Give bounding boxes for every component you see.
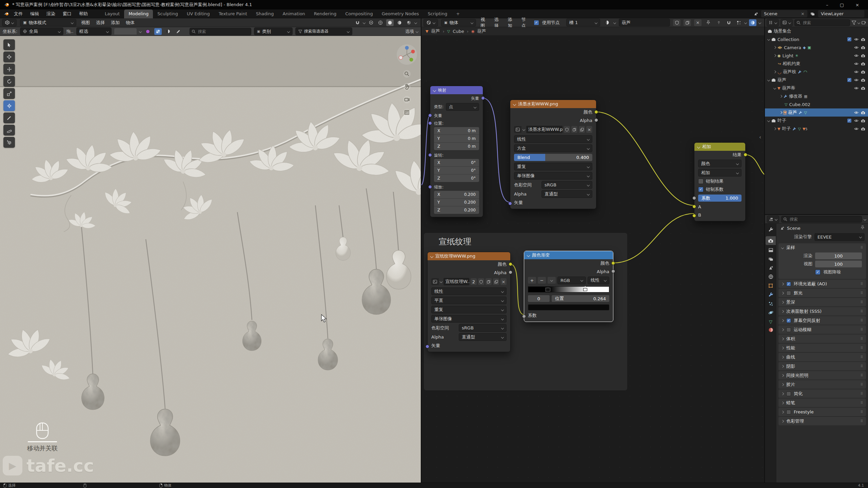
socket-factor-in[interactable] (692, 196, 696, 200)
socket-alpha-out[interactable] (611, 269, 615, 273)
proportional-edit-icon[interactable] (367, 19, 375, 26)
tab-geometry-nodes[interactable]: Geometry Nodes (377, 9, 423, 18)
scene-selector[interactable]: Scene × (761, 10, 808, 18)
funnel-icon[interactable] (852, 21, 856, 25)
ramp-gradient-bar[interactable] (528, 286, 609, 292)
panel-sss[interactable]: 次表面散射 (SSS)⠿ (778, 307, 866, 316)
panel-performance[interactable]: 性能⠿ (778, 344, 866, 352)
minimize-icon[interactable]: – (826, 2, 828, 7)
image-copy-icon[interactable] (571, 126, 577, 133)
tool-cursor[interactable] (3, 52, 15, 62)
new-collection-icon[interactable] (862, 20, 866, 25)
render-visibility-icon[interactable] (861, 46, 865, 49)
panel-ao[interactable]: ✓环境光遮蔽 (AO)⠿ (778, 280, 866, 288)
outliner-row-gourd-selected[interactable]: ▼ 葫芦 ▽ (765, 108, 868, 117)
socket-color-out[interactable] (509, 262, 512, 266)
sampling-panel-header[interactable]: 采样 ⠿ (778, 243, 866, 252)
render-visibility-icon[interactable] (861, 86, 865, 90)
panel-freestyle[interactable]: Freestyle⠿ (778, 408, 866, 416)
alpha-mode-dropdown[interactable]: 直通型 (541, 190, 592, 198)
tool-search[interactable] (190, 28, 251, 35)
viewport-menu-object[interactable]: 物体 (124, 20, 136, 26)
colorspace-dropdown[interactable]: sRGB (459, 324, 507, 332)
hide-eye-icon[interactable] (854, 78, 859, 82)
tab-scripting[interactable]: Scripting (423, 9, 452, 18)
orientation-dropdown[interactable]: 全局 (20, 27, 63, 35)
shader-type-dropdown[interactable]: ▣ 物体 (441, 19, 476, 26)
socket-alpha-out[interactable] (594, 118, 598, 122)
mapping-type-dropdown[interactable]: 点 (446, 103, 479, 111)
add-workspace-button[interactable]: + (452, 9, 464, 18)
mapping-scale-z-field[interactable]: Z0.200 (434, 206, 479, 214)
image-pack-icon[interactable] (493, 278, 499, 285)
copy-material-icon[interactable] (684, 19, 691, 26)
expand-icon[interactable] (773, 70, 776, 73)
expand-icon[interactable] (773, 46, 776, 49)
overlays-toggle-icon[interactable] (749, 19, 756, 26)
alpha-mode-dropdown[interactable]: 直通型 (459, 333, 507, 341)
clamp-result-checkbox[interactable] (698, 179, 704, 184)
zoom-gizmo-icon[interactable] (403, 70, 411, 78)
mapping-rot-x-field[interactable]: X0° (434, 159, 479, 167)
socket-color-out[interactable] (594, 110, 598, 114)
socket-color-out[interactable] (611, 261, 615, 265)
shading-wireframe-icon[interactable] (377, 19, 384, 26)
outliner-search-input[interactable] (794, 19, 850, 26)
expand-icon[interactable] (773, 87, 776, 89)
tab-texture-paint[interactable]: Texture Paint (214, 9, 252, 18)
tool-annotate[interactable] (3, 113, 15, 123)
parent-node-tree-icon[interactable] (715, 19, 723, 26)
hide-eye-icon[interactable] (854, 38, 859, 41)
pin-icon[interactable] (705, 19, 712, 26)
viewport-menu-add[interactable]: 添加 (110, 20, 121, 26)
properties-editor-type-button[interactable] (767, 216, 779, 223)
panel-volumetrics[interactable]: 体积⠿ (778, 334, 866, 343)
outliner-row-camera[interactable]: Camera ◆ ▣ (765, 43, 868, 52)
node-add-mix[interactable]: 相加 结果 颜色 相加 钳制结果 ✓钳制系数 系数1.000 A B (694, 142, 746, 221)
tool-tab-chevron-icon[interactable] (139, 30, 141, 33)
tool-scale[interactable] (3, 88, 15, 99)
socket-vector-in[interactable] (428, 114, 432, 117)
hide-eye-icon[interactable] (854, 86, 859, 90)
render-visibility-icon[interactable] (861, 70, 865, 74)
filter-search-dropdown[interactable]: 搜索筛选选器 (295, 27, 352, 35)
outliner-row-gourd-collection[interactable]: 葫芦 ✓ (765, 76, 868, 84)
ramp-interpolation-dropdown[interactable]: 线性 (588, 277, 609, 284)
tab-scene-icon[interactable] (768, 265, 773, 271)
ortho-toggle-icon[interactable] (403, 108, 411, 117)
breadcrumb-mesh[interactable]: Cube (453, 29, 464, 34)
tab-layout[interactable]: Layout (100, 9, 124, 18)
tab-material-icon[interactable] (768, 327, 773, 333)
tab-output-icon[interactable] (768, 248, 773, 254)
tab-compositing[interactable]: Compositing (341, 9, 377, 18)
expand-icon[interactable] (767, 119, 770, 122)
outliner-display-mode-button[interactable] (767, 19, 779, 26)
ramp-stop-0[interactable] (546, 286, 550, 291)
panel-curves[interactable]: 曲线⠿ (778, 353, 866, 361)
projection-dropdown[interactable]: 方盒 (514, 144, 592, 152)
mapping-loc-z-field[interactable]: Z0 m (434, 143, 479, 150)
blend-slider[interactable]: Blend0.400 (514, 154, 592, 161)
mapping-scale-x-field[interactable]: X0.200 (434, 191, 479, 199)
engine-dropdown[interactable]: EEVEE (814, 233, 865, 241)
image-fake-user-icon[interactable] (478, 278, 484, 285)
tool-tab[interactable] (114, 28, 137, 35)
viewport-menu-select[interactable]: 选择 (95, 20, 106, 26)
extension-dropdown[interactable]: 重复 (514, 163, 592, 170)
tool-transform[interactable] (3, 100, 15, 111)
tab-tool-icon[interactable] (768, 227, 773, 233)
panel-film[interactable]: 胶片⠿ (778, 380, 866, 389)
tab-render-icon[interactable] (766, 236, 776, 245)
expand-icon[interactable] (767, 38, 770, 41)
outliner-row-collection[interactable]: Collection ✓ (765, 35, 868, 43)
mix-datatype-dropdown[interactable]: 颜色 (698, 160, 742, 167)
clamp-factor-checkbox[interactable]: ✓ (698, 187, 704, 192)
socket-location-in[interactable] (428, 121, 432, 125)
panel-motion-blur[interactable]: 运动模糊⠿ (778, 325, 866, 334)
socket-scale-in[interactable] (428, 185, 432, 189)
node-paper-texture[interactable]: 宣纸纹理WWW.png 颜色 Alpha 宣纸纹理W... 2 × 线性 平直 … (427, 252, 511, 352)
image-name-field[interactable]: 宣纸纹理W... (443, 278, 469, 285)
socket-rotation-in[interactable] (428, 153, 432, 157)
unlink-material-icon[interactable]: × (694, 19, 702, 26)
tool-rotate[interactable] (3, 76, 15, 87)
